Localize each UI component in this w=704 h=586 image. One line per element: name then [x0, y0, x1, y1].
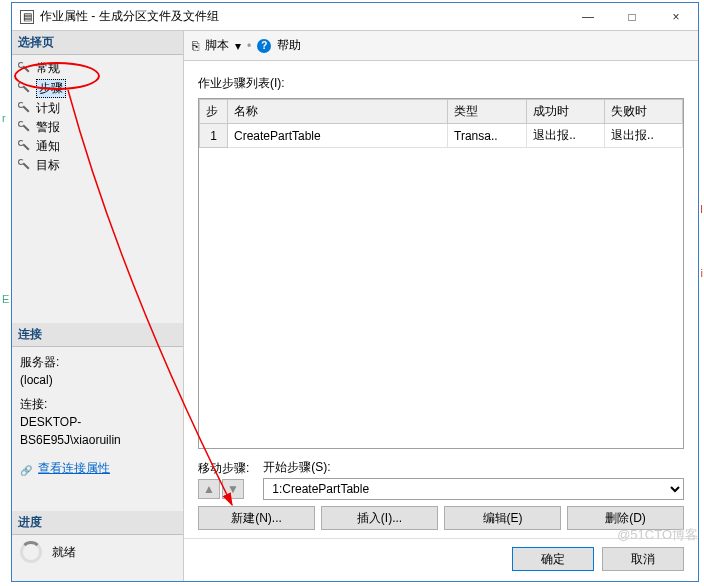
- nav-item-schedules[interactable]: 计划: [12, 99, 183, 118]
- wrench-icon: [18, 140, 32, 154]
- col-step[interactable]: 步: [200, 100, 228, 124]
- col-fail[interactable]: 失败时: [605, 100, 683, 124]
- connection-info: 服务器: (local) 连接: DESKTOP-BS6E95J\xiaorui…: [12, 347, 183, 483]
- script-dropdown[interactable]: ▾: [235, 39, 241, 53]
- start-step-select[interactable]: 1:CreatePartTable: [263, 478, 684, 500]
- link-icon: [20, 461, 34, 475]
- wrench-icon: [18, 102, 32, 116]
- cell-name: CreatePartTable: [228, 124, 448, 148]
- nav-item-general[interactable]: 常规: [12, 59, 183, 78]
- app-icon: ▤: [20, 10, 34, 24]
- server-label: 服务器:: [20, 353, 175, 371]
- server-value: (local): [20, 371, 175, 389]
- grid-header-row: 步 名称 类型 成功时 失败时: [200, 100, 683, 124]
- cell-fail: 退出报..: [605, 124, 683, 148]
- connection-header: 连接: [12, 323, 183, 347]
- nav-item-steps[interactable]: 步骤: [12, 78, 183, 99]
- wrench-icon: [18, 159, 32, 173]
- wrench-icon: [18, 62, 32, 76]
- script-icon: ⎘: [192, 39, 199, 53]
- col-success[interactable]: 成功时: [527, 100, 605, 124]
- progress-block: 就绪: [12, 535, 183, 569]
- conn-label: 连接:: [20, 395, 175, 413]
- nav-item-targets[interactable]: 目标: [12, 156, 183, 175]
- col-name[interactable]: 名称: [228, 100, 448, 124]
- wrench-icon: [18, 82, 32, 96]
- maximize-button[interactable]: □: [610, 3, 654, 31]
- table-row[interactable]: 1 CreatePartTable Transa.. 退出报.. 退出报..: [200, 124, 683, 148]
- start-step-label: 开始步骤(S):: [263, 459, 684, 476]
- nav-item-notifications[interactable]: 通知: [12, 137, 183, 156]
- cell-success: 退出报..: [527, 124, 605, 148]
- content-toolbar: ⎘ 脚本 ▾ • ? 帮助: [184, 31, 698, 61]
- dialog-buttons: 确定 取消: [184, 538, 698, 581]
- help-button[interactable]: 帮助: [277, 37, 301, 54]
- new-button[interactable]: 新建(N)...: [198, 506, 315, 530]
- left-pane: 选择页 常规 步骤 计划 警报 通知 目标 连接 服务器: (local) 连接…: [12, 31, 184, 581]
- edge-text: I: [700, 203, 703, 215]
- ok-button[interactable]: 确定: [512, 547, 594, 571]
- insert-button[interactable]: 插入(I)...: [321, 506, 438, 530]
- job-properties-window: ▤ 作业属性 - 生成分区文件及文件组 — □ × 选择页 常规 步骤 计划 警…: [11, 2, 699, 582]
- minimize-button[interactable]: —: [566, 3, 610, 31]
- col-type[interactable]: 类型: [448, 100, 527, 124]
- conn-value: DESKTOP-BS6E95J\xiaoruilin: [20, 413, 175, 449]
- window-title: 作业属性 - 生成分区文件及文件组: [40, 8, 566, 25]
- close-button[interactable]: ×: [654, 3, 698, 31]
- progress-header: 进度: [12, 511, 183, 535]
- edge-text: r: [2, 112, 6, 124]
- view-connection-link[interactable]: 查看连接属性: [38, 459, 110, 477]
- right-pane: ⎘ 脚本 ▾ • ? 帮助 作业步骤列表(I): 步 名称 类型 成功时: [184, 31, 698, 581]
- edge-text: E: [2, 293, 9, 305]
- cell-type: Transa..: [448, 124, 527, 148]
- move-down-button[interactable]: ▼: [222, 479, 244, 499]
- wrench-icon: [18, 121, 32, 135]
- edit-button[interactable]: 编辑(E): [444, 506, 561, 530]
- steps-list-label: 作业步骤列表(I):: [198, 75, 684, 92]
- spinner-icon: [20, 541, 42, 563]
- select-page-header: 选择页: [12, 31, 183, 55]
- steps-grid[interactable]: 步 名称 类型 成功时 失败时 1 CreatePartTable Transa…: [198, 98, 684, 449]
- progress-status: 就绪: [52, 544, 76, 561]
- move-step-label: 移动步骤:: [198, 460, 249, 477]
- titlebar[interactable]: ▤ 作业属性 - 生成分区文件及文件组 — □ ×: [12, 3, 698, 31]
- edge-text: i: [701, 267, 703, 279]
- cancel-button[interactable]: 取消: [602, 547, 684, 571]
- watermark: @51CTO博客: [617, 526, 698, 544]
- script-button[interactable]: 脚本: [205, 37, 229, 54]
- move-up-button[interactable]: ▲: [198, 479, 220, 499]
- help-icon: ?: [257, 39, 271, 53]
- nav-list: 常规 步骤 计划 警报 通知 目标: [12, 55, 183, 183]
- nav-item-alerts[interactable]: 警报: [12, 118, 183, 137]
- cell-step: 1: [200, 124, 228, 148]
- separator: •: [247, 39, 251, 53]
